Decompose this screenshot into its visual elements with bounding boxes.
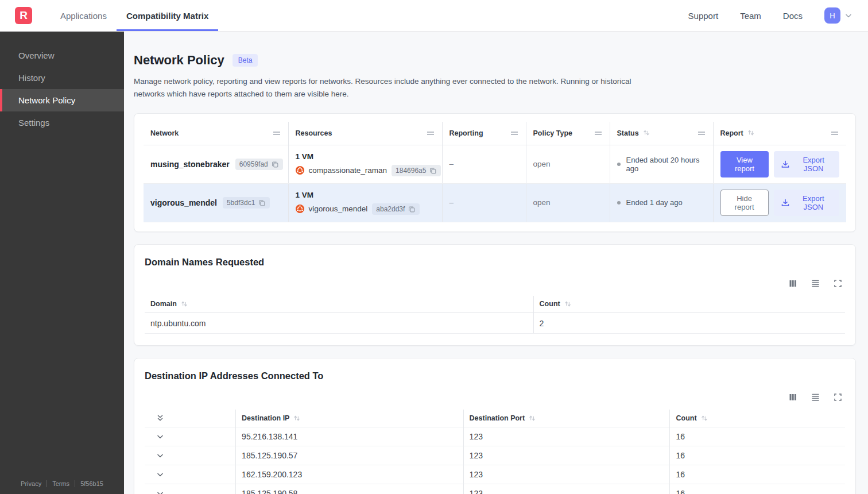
column-drag-handle-icon[interactable]: [697, 129, 706, 138]
domain-value: ntp.ubuntu.com: [145, 313, 533, 334]
count-value: 16: [670, 446, 845, 465]
column-drag-handle-icon[interactable]: [272, 129, 281, 138]
table-row: 95.216.138.141 123 16: [145, 427, 845, 446]
sort-icon[interactable]: [700, 414, 709, 423]
page-description: Manage network policy, reporting and vie…: [134, 75, 642, 101]
app-logo[interactable]: R: [15, 7, 32, 24]
destination-port-value: 123: [463, 446, 670, 465]
domains-card: Domain Names Requested Domain Count: [134, 244, 856, 346]
column-drag-handle-icon[interactable]: [510, 129, 519, 138]
reporting-value: –: [442, 145, 526, 183]
status-dot-icon: [617, 201, 621, 204]
main-content: Network Policy Beta Manage network polic…: [124, 32, 868, 494]
table-row: 185.125.190.58 123 16: [145, 484, 845, 494]
column-drag-handle-icon[interactable]: [594, 129, 603, 138]
sort-icon[interactable]: [564, 300, 572, 308]
sidebar-item-settings[interactable]: Settings: [0, 111, 124, 134]
sort-icon[interactable]: [642, 129, 651, 137]
destination-ip-value: 95.216.138.141: [236, 427, 464, 446]
domains-table: Domain Count ntp.ubuntu.com 2: [145, 296, 845, 334]
col-header-expander: [145, 410, 236, 427]
export-json-button[interactable]: Export JSON: [774, 190, 839, 216]
destination-port-value: 123: [463, 465, 670, 484]
expand-row-icon[interactable]: [150, 470, 230, 479]
copy-icon[interactable]: [408, 205, 416, 213]
network-id-badge: 5bdf3dc1: [223, 197, 270, 209]
policy-type-value: open: [526, 183, 610, 222]
count-value: 2: [533, 313, 845, 334]
networks-card: Network Resources Reporting P: [134, 113, 856, 232]
beta-badge: Beta: [232, 54, 258, 67]
col-header-domain: Domain: [145, 296, 533, 313]
count-value: 16: [670, 427, 845, 446]
nav-link-support[interactable]: Support: [688, 11, 719, 21]
top-navbar: R Applications Compatibility Matrix Supp…: [0, 0, 868, 32]
download-icon: [781, 160, 790, 169]
expand-row-icon[interactable]: [150, 432, 230, 441]
row-view-icon[interactable]: [811, 279, 820, 288]
expand-all-icon[interactable]: [150, 414, 230, 423]
column-view-icon[interactable]: [788, 392, 798, 402]
table-row: 162.159.200.123 123 16: [145, 465, 845, 484]
resource-name: compassionate_raman: [309, 166, 388, 175]
col-header-count: Count: [533, 296, 845, 313]
export-json-button[interactable]: Export JSON: [774, 151, 839, 177]
table-toolbar: [145, 279, 843, 288]
col-header-policy-type: Policy Type: [526, 122, 610, 145]
nav-link-team[interactable]: Team: [740, 11, 761, 21]
destination-port-value: 123: [463, 484, 670, 494]
col-header-network: Network: [144, 122, 288, 145]
view-report-button[interactable]: View report: [720, 151, 769, 177]
divider: [46, 480, 47, 487]
build-version: 5f56b15: [80, 480, 103, 487]
resource-summary: 1 VM: [296, 152, 435, 161]
col-header-destination-port: Destination Port: [463, 410, 670, 427]
col-header-report: Report: [713, 122, 846, 145]
destination-ip-value: 185.125.190.58: [236, 484, 464, 494]
copy-icon[interactable]: [271, 160, 279, 168]
expand-row-icon[interactable]: [150, 489, 230, 494]
column-drag-handle-icon[interactable]: [426, 129, 435, 138]
user-menu[interactable]: H: [824, 7, 853, 24]
destination-port-value: 123: [463, 427, 670, 446]
sort-icon[interactable]: [293, 414, 301, 423]
avatar[interactable]: H: [824, 7, 840, 24]
download-icon: [781, 198, 790, 207]
hide-report-button[interactable]: Hide report: [720, 190, 769, 216]
sort-icon[interactable]: [747, 129, 755, 137]
table-toolbar: [145, 392, 843, 402]
tab-compatibility-matrix[interactable]: Compatibility Matrix: [117, 0, 218, 31]
copy-icon[interactable]: [258, 199, 266, 207]
resource-summary: 1 VM: [296, 191, 435, 199]
terms-link[interactable]: Terms: [52, 480, 69, 487]
ubuntu-icon: [296, 204, 304, 213]
sidebar-item-network-policy[interactable]: Network Policy: [0, 89, 124, 111]
column-drag-handle-icon[interactable]: [830, 129, 839, 138]
sort-icon[interactable]: [528, 414, 537, 423]
tab-applications[interactable]: Applications: [51, 0, 117, 31]
privacy-link[interactable]: Privacy: [21, 480, 41, 487]
copy-icon[interactable]: [429, 167, 437, 175]
fullscreen-icon[interactable]: [833, 279, 843, 288]
sidebar-item-overview[interactable]: Overview: [0, 44, 124, 67]
col-header-count: Count: [670, 410, 845, 427]
destinations-card: Destination IP Addresses Connected To De…: [134, 358, 856, 494]
table-row-selected: vigorous_mendel 5bdf3dc1 1 VM: [144, 183, 846, 222]
col-header-status: Status: [610, 122, 713, 145]
destinations-card-title: Destination IP Addresses Connected To: [145, 370, 845, 381]
sort-icon[interactable]: [180, 300, 189, 308]
count-value: 16: [670, 484, 845, 494]
network-name: musing_stonebraker: [150, 160, 230, 169]
fullscreen-icon[interactable]: [833, 392, 843, 402]
status: Ended 1 day ago: [617, 198, 706, 207]
col-header-resources: Resources: [288, 122, 442, 145]
sidebar-item-history[interactable]: History: [0, 67, 124, 89]
nav-link-docs[interactable]: Docs: [783, 11, 803, 21]
expand-row-icon[interactable]: [150, 451, 230, 460]
row-view-icon[interactable]: [811, 392, 820, 402]
resource-id-badge: 184696a5: [392, 165, 441, 176]
count-value: 16: [670, 465, 845, 484]
destination-ip-value: 185.125.190.57: [236, 446, 464, 465]
chevron-down-icon: [844, 11, 853, 20]
column-view-icon[interactable]: [788, 279, 798, 288]
